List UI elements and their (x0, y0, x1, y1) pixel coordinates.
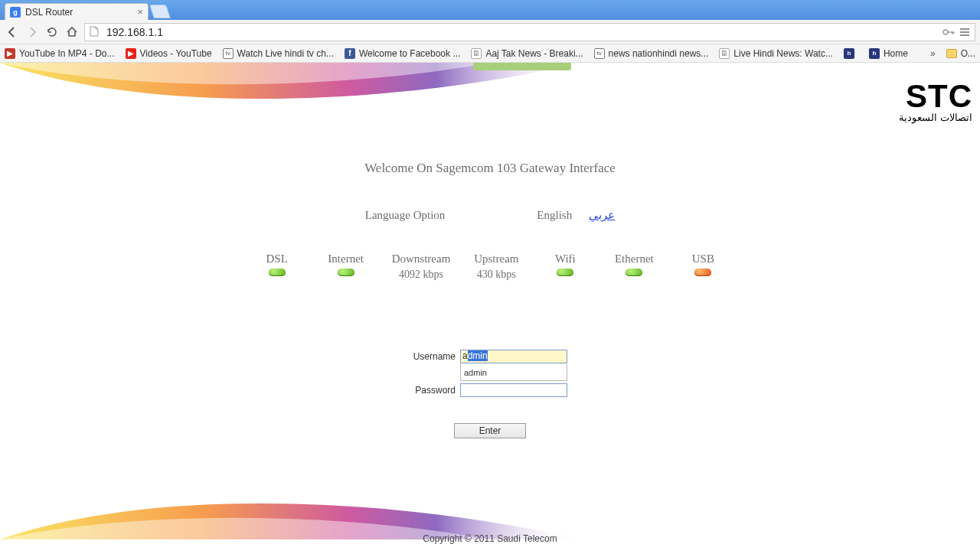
bookmark-icon: tv (223, 48, 234, 59)
status-value: 4092 kbps (399, 269, 443, 281)
bookmark-item[interactable]: hHome (869, 48, 908, 59)
browser-tab[interactable]: g DSL Router × (5, 3, 149, 20)
browser-titlebar: g DSL Router × (0, 0, 980, 20)
status-ethernet: Ethernet (611, 252, 657, 281)
login-form: Username admin admin Password Enter (0, 350, 980, 438)
bookmark-icon: h (844, 48, 854, 59)
bookmark-item[interactable]: ▶Videos - YouTube (126, 48, 212, 59)
status-label: Internet (328, 252, 364, 265)
status-row: DSL Internet Downstream 4092 kbps Upstre… (0, 252, 980, 281)
enter-button[interactable]: Enter (454, 423, 526, 438)
status-label: USB (692, 252, 714, 265)
page-content: STC اتصالات السعودية Welcome On Sagemcom… (0, 63, 980, 544)
status-upstream: Upstream 430 kbps (473, 252, 519, 281)
led-icon (269, 269, 286, 276)
bookmark-item[interactable]: 🗎Aaj Tak News - Breaki... (471, 48, 583, 59)
status-usb: USB (680, 252, 726, 281)
page-icon (90, 26, 100, 38)
led-icon (694, 269, 711, 276)
bookmark-icon: tv (594, 48, 605, 59)
bookmark-item[interactable]: tvnews nationhindi news... (594, 48, 709, 59)
new-tab-button[interactable] (149, 5, 171, 18)
password-label: Password (413, 385, 456, 396)
browser-toolbar: 192.168.1.1 (0, 20, 980, 44)
status-dsl: DSL (254, 252, 300, 281)
bookmark-item[interactable]: tvWatch Live hindi tv ch... (223, 48, 334, 59)
other-bookmarks[interactable]: O... (946, 48, 975, 59)
bookmark-icon: 🗎 (719, 48, 730, 59)
led-icon (626, 269, 642, 276)
bookmarks-bar: ▶YouTube In MP4 - Do... ▶Videos - YouTub… (0, 44, 980, 63)
bookmark-item[interactable]: fWelcome to Facebook ... (345, 48, 461, 59)
copyright-text: Copyright © 2011 Saudi Telecom (0, 533, 980, 544)
language-row: Language Option English عربي (0, 208, 980, 222)
bookmark-item[interactable]: h (844, 48, 858, 59)
led-icon (557, 269, 573, 276)
bookmark-label: Aaj Tak News - Breaki... (485, 48, 583, 59)
bookmark-label: Videos - YouTube (140, 48, 212, 59)
username-input[interactable] (460, 350, 567, 363)
url-text: 192.168.1.1 (106, 26, 942, 38)
back-button[interactable] (5, 24, 20, 40)
status-label: Ethernet (615, 252, 654, 265)
status-label: DSL (266, 252, 288, 265)
logo-main: STC (899, 78, 972, 115)
username-label: Username (413, 351, 456, 362)
bookmark-icon: ▶ (126, 48, 136, 59)
home-button[interactable] (64, 24, 80, 40)
active-section-tab (473, 63, 571, 70)
password-key-icon[interactable] (942, 27, 955, 37)
status-label: Downstream (392, 252, 451, 265)
close-icon[interactable]: × (137, 6, 143, 18)
language-arabic-link[interactable]: عربي (589, 208, 615, 222)
forward-button[interactable] (24, 24, 40, 40)
logo-subtitle: اتصالات السعودية (899, 112, 972, 123)
status-downstream: Downstream 4092 kbps (392, 252, 451, 281)
username-row: Username admin admin (413, 350, 567, 363)
bookmark-label: YouTube In MP4 - Do... (19, 48, 115, 59)
tab-title: DSL Router (25, 7, 134, 18)
bookmark-label: Live Hindi News: Watc... (733, 48, 833, 59)
language-label: Language Option (365, 209, 446, 222)
bookmark-label: Welcome to Facebook ... (359, 48, 461, 59)
password-row: Password (413, 383, 567, 397)
bookmark-item[interactable]: 🗎Live Hindi News: Watc... (719, 48, 833, 59)
bookmark-label: Watch Live hindi tv ch... (237, 48, 334, 59)
bookmark-label: news nationhindi news... (609, 48, 709, 59)
bookmark-icon: 🗎 (471, 48, 482, 59)
bookmark-label: Home (884, 48, 908, 59)
status-label: Upstream (474, 252, 518, 265)
status-label: Wifi (555, 252, 576, 265)
bookmark-overflow[interactable]: » (930, 48, 936, 59)
folder-icon (946, 49, 957, 58)
welcome-heading: Welcome On Sagemcom 103 Gateway Interfac… (0, 161, 980, 176)
bookmark-label: O... (961, 48, 975, 59)
status-wifi: Wifi (542, 252, 588, 281)
svg-point-0 (943, 30, 948, 34)
stc-logo: STC اتصالات السعودية (899, 78, 972, 123)
decorative-sweep-top (0, 63, 980, 124)
bookmark-icon: ▶ (5, 48, 15, 59)
password-input[interactable] (460, 383, 567, 397)
led-icon (338, 269, 354, 276)
address-bar[interactable]: 192.168.1.1 (84, 23, 975, 41)
status-internet: Internet (323, 252, 369, 281)
language-english: English (537, 209, 572, 222)
bookmark-icon: f (345, 48, 355, 59)
status-value: 430 kbps (477, 269, 516, 281)
reload-button[interactable] (44, 24, 60, 40)
bookmark-item[interactable]: ▶YouTube In MP4 - Do... (5, 48, 115, 59)
decorative-sweep-bottom (0, 478, 980, 539)
bookmark-icon: h (869, 48, 880, 59)
autofill-suggestion[interactable]: admin (460, 364, 567, 381)
tab-favicon: g (10, 7, 21, 18)
menu-three-bars-icon[interactable] (959, 28, 970, 37)
